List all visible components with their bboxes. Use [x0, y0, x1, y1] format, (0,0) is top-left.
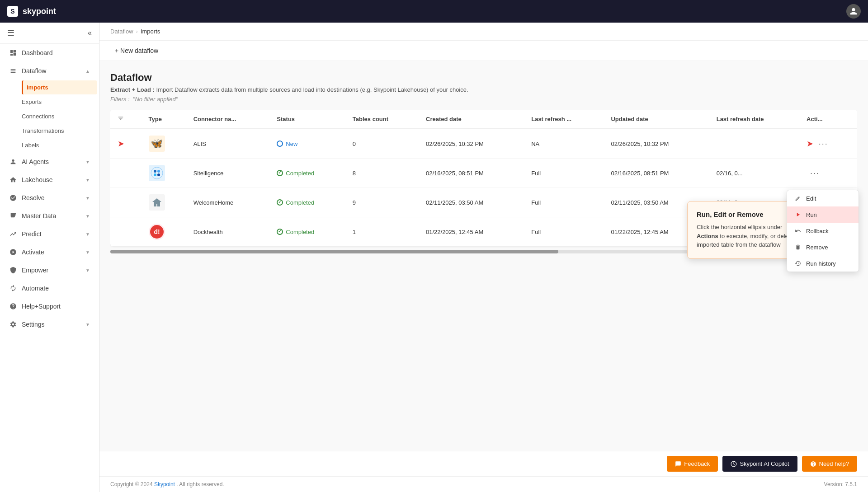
sidebar-item-predict[interactable]: Predict ▼: [2, 225, 97, 243]
row-arrow-1: ➤: [110, 129, 142, 159]
master-data-icon: [9, 212, 17, 220]
new-dataflow-label: + New dataflow: [115, 47, 158, 54]
dashboard-icon: [9, 49, 17, 57]
empower-arrow-icon: ▼: [85, 268, 90, 273]
row-last-refresh-date-1: [709, 129, 799, 159]
sidebar-item-dashboard[interactable]: Dashboard: [2, 44, 97, 61]
sidebar-item-resolve[interactable]: Resolve ▼: [2, 189, 97, 206]
row-arrow-4: ·: [110, 217, 142, 247]
sidebar-item-master-data-label: Master Data: [22, 212, 56, 220]
scroll-thumb[interactable]: [110, 250, 558, 253]
context-menu-rollback[interactable]: Rollback: [787, 223, 859, 239]
main-layout: ☰ « Dashboard Dataflow ▲ Imports Exports…: [0, 23, 868, 492]
row-created-1: 02/26/2025, 10:32 PM: [419, 129, 524, 159]
row-last-refresh-1: NA: [524, 129, 604, 159]
sidebar-item-transformations[interactable]: Transformations: [22, 124, 97, 138]
breadcrumb-parent: Dataflow: [110, 28, 133, 35]
row-connector-1: ALIS: [186, 129, 270, 159]
footer-brand-link[interactable]: Skypoint: [154, 481, 175, 487]
status-dot-completed-3: [277, 199, 283, 206]
filters-value: "No filter applied": [133, 96, 178, 103]
row-status-2: Completed: [269, 159, 345, 188]
copilot-button[interactable]: Skypoint AI Copilot: [722, 456, 797, 472]
sidebar-item-master-data[interactable]: Master Data ▼: [2, 207, 97, 225]
subtitle-label: Extract + Load :: [110, 86, 155, 93]
edit-icon: [794, 195, 802, 202]
dataflow-arrow-icon: ▲: [85, 69, 90, 74]
sidebar-item-empower[interactable]: Empower ▼: [2, 262, 97, 279]
row-created-4: 01/22/2025, 12:45 AM: [419, 217, 524, 247]
sidebar-item-predict-label: Predict: [22, 230, 42, 238]
sidebar-item-dataflow-label: Dataflow: [22, 67, 46, 75]
sidebar-item-activate[interactable]: Activate ▼: [2, 244, 97, 261]
help-button[interactable]: Need help?: [802, 456, 858, 472]
ai-agents-icon: [9, 158, 17, 166]
table-row: ➤ 🦋 ALIS New: [110, 129, 857, 159]
sidebar: ☰ « Dashboard Dataflow ▲ Imports Exports…: [0, 23, 99, 492]
row-connector-3: WelcomeHome: [186, 188, 270, 217]
status-label-1: New: [286, 141, 297, 147]
sidebar-header: ☰ «: [0, 23, 99, 44]
row-connector-2: Sitelligence: [186, 159, 270, 188]
page-content: Dataflow Extract + Load : Import Dataflo…: [99, 61, 868, 451]
feedback-button[interactable]: Feedback: [667, 456, 718, 472]
copilot-label: Skypoint AI Copilot: [740, 460, 789, 467]
sidebar-item-exports[interactable]: Exports: [22, 95, 97, 109]
sidebar-item-help-label: Help+Support: [22, 303, 61, 310]
hamburger-icon[interactable]: ☰: [7, 28, 14, 38]
filters-row: Filters : "No filter applied": [110, 96, 857, 103]
collapse-button[interactable]: «: [88, 29, 92, 37]
sidebar-item-connections[interactable]: Connections: [22, 109, 97, 123]
row-status-1: New: [269, 129, 345, 159]
svg-point-3: [157, 170, 160, 173]
type-icon-3: [149, 194, 165, 211]
sidebar-item-settings-label: Settings: [22, 321, 45, 328]
context-edit-label: Edit: [806, 195, 816, 202]
status-label-2: Completed: [286, 170, 314, 177]
actions-button-2[interactable]: ···: [807, 167, 823, 180]
status-dot-completed-4: [277, 229, 283, 235]
topbar: S skypoint: [0, 0, 868, 23]
automate-icon: [9, 284, 17, 292]
red-arrow-icon: ➤: [118, 139, 124, 148]
bottom-bar: Feedback Skypoint AI Copilot Need help?: [99, 451, 868, 476]
remove-icon: [794, 244, 802, 251]
sidebar-item-help[interactable]: Help+Support: [2, 298, 97, 315]
row-type-1: 🦋: [142, 129, 186, 159]
master-data-arrow-icon: ▼: [85, 214, 90, 219]
sidebar-item-lakehouse[interactable]: Lakehouse ▼: [2, 171, 97, 188]
context-run-label: Run: [806, 211, 817, 218]
sidebar-item-imports[interactable]: Imports: [22, 80, 97, 94]
row-created-2: 02/16/2025, 08:51 PM: [419, 159, 524, 188]
copyright-text: Copyright © 2024: [110, 481, 153, 487]
row-connector-4: Dockhealth: [186, 217, 270, 247]
sidebar-item-automate[interactable]: Automate: [2, 280, 97, 297]
sidebar-item-resolve-label: Resolve: [22, 194, 45, 201]
svg-point-4: [154, 173, 156, 176]
row-updated-1: 02/26/2025, 10:32 PM: [604, 129, 709, 159]
avatar[interactable]: [846, 4, 861, 19]
rollback-icon: [794, 227, 802, 234]
row-updated-2: 02/16/2025, 08:51 PM: [604, 159, 709, 188]
sidebar-item-ai-agents[interactable]: AI Agents ▼: [2, 153, 97, 170]
ai-agents-arrow-icon: ▼: [85, 159, 90, 164]
sidebar-item-dataflow[interactable]: Dataflow ▲: [2, 62, 97, 80]
context-menu-run[interactable]: Run: [787, 206, 859, 223]
svg-text:d!: d!: [154, 228, 160, 235]
sidebar-item-labels[interactable]: Labels: [22, 138, 97, 152]
context-rollback-label: Rollback: [806, 228, 829, 234]
sidebar-item-settings[interactable]: Settings ▼: [2, 316, 97, 333]
context-menu-remove[interactable]: Remove: [787, 239, 859, 255]
svg-point-5: [157, 173, 160, 176]
context-menu-run-history[interactable]: Run history: [787, 255, 859, 272]
breadcrumb-current: Imports: [141, 28, 160, 35]
activate-arrow-icon: ▼: [85, 250, 90, 255]
predict-icon: [9, 230, 17, 238]
feedback-label: Feedback: [684, 460, 710, 467]
row-actions-2: ···: [799, 159, 857, 188]
context-menu-edit[interactable]: Edit: [787, 190, 859, 206]
new-dataflow-button[interactable]: + New dataflow: [110, 44, 163, 57]
footer: Copyright © 2024 Skypoint . All rights r…: [99, 476, 868, 492]
actions-button-1[interactable]: ···: [815, 137, 832, 150]
filters-label: Filters :: [110, 96, 130, 103]
